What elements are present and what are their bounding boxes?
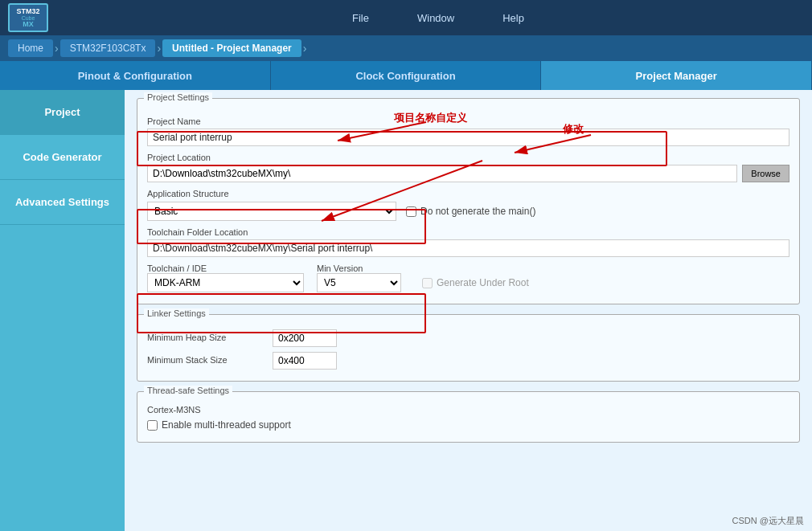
toolchain-folder-input[interactable] — [147, 239, 789, 257]
project-settings-group: Project Settings Project Name Project Lo… — [137, 98, 800, 304]
generate-under-root-row: Generate Under Root — [422, 277, 529, 288]
app-structure-label: Application Structure — [147, 189, 789, 198]
breadcrumb-arrow-1: › — [55, 42, 59, 55]
enable-multithreaded-label: Enable multi-threaded support — [162, 419, 291, 431]
thread-safe-group: Thread-safe Settings Cortex-M3NS Enable … — [137, 391, 800, 443]
toolchain-row: MDK-ARM EWARM STM32CubeIDE V4 V5 V6 Gene… — [147, 273, 789, 292]
tab-project-manager[interactable]: Project Manager — [541, 61, 812, 90]
breadcrumb-arrow-3: › — [303, 42, 307, 55]
project-settings-title: Project Settings — [144, 92, 212, 102]
content-area: Project Settings Project Name Project Lo… — [125, 90, 812, 531]
menu-items: File Window Help — [72, 12, 804, 24]
linker-settings-group: Linker Settings Minimum Heap Size Minimu… — [137, 314, 800, 382]
tab-bar: Pinout & Configuration Clock Configurati… — [0, 61, 812, 90]
project-location-label: Project Location — [147, 153, 789, 162]
breadcrumb-device[interactable]: STM32F103C8Tx — [60, 39, 156, 57]
linker-settings-title: Linker Settings — [144, 308, 209, 318]
min-version-select[interactable]: V4 V5 V6 — [317, 273, 401, 292]
min-heap-input[interactable] — [273, 329, 337, 347]
no-generate-main-row: Do not generate the main() — [406, 206, 535, 217]
min-stack-input[interactable] — [273, 352, 337, 370]
breadcrumb: Home › STM32F103C8Tx › Untitled - Projec… — [0, 35, 812, 61]
generate-under-root-checkbox[interactable] — [422, 278, 433, 288]
tab-clock[interactable]: Clock Configuration — [271, 61, 542, 90]
project-location-input[interactable] — [147, 165, 737, 182]
toolchain-ide-select[interactable]: MDK-ARM EWARM STM32CubeIDE — [147, 273, 304, 292]
stm32-logo: STM32 Cube MX — [8, 3, 48, 32]
breadcrumb-project[interactable]: Untitled - Project Manager — [162, 39, 301, 57]
toolchain-labels-row: Toolchain / IDE Min Version — [147, 263, 789, 273]
logo-mx: MX — [23, 21, 34, 28]
no-generate-main-label: Do not generate the main() — [420, 206, 535, 217]
menu-help[interactable]: Help — [502, 12, 524, 24]
logo-stm32: STM32 — [16, 8, 39, 15]
generate-under-root-label: Generate Under Root — [437, 277, 529, 288]
cortex-label: Cortex-M3NS — [147, 405, 789, 415]
sidebar-item-code-generator[interactable]: Code Generator — [0, 135, 125, 180]
tab-pinout[interactable]: Pinout & Configuration — [0, 61, 271, 90]
project-name-input[interactable] — [147, 129, 789, 146]
sidebar: Project Code Generator Advanced Settings — [0, 90, 125, 531]
toolchain-ide-label: Toolchain / IDE — [147, 263, 304, 273]
min-heap-label: Minimum Heap Size — [147, 333, 260, 342]
watermark: CSDN @远大星晨 — [732, 515, 804, 527]
menu-window[interactable]: Window — [417, 12, 454, 24]
main-layout: Project Code Generator Advanced Settings… — [0, 90, 812, 531]
sidebar-item-project[interactable]: Project — [0, 90, 125, 135]
no-generate-main-checkbox[interactable] — [406, 206, 416, 217]
toolchain-folder-label: Toolchain Folder Location — [147, 227, 789, 237]
menu-file[interactable]: File — [352, 12, 369, 24]
sidebar-item-advanced-settings[interactable]: Advanced Settings — [0, 180, 125, 225]
project-name-label: Project Name — [147, 116, 789, 126]
enable-multithreaded-row: Enable multi-threaded support — [147, 419, 789, 431]
min-version-label: Min Version — [317, 263, 401, 273]
project-location-row: Browse — [147, 165, 789, 182]
breadcrumb-home[interactable]: Home — [8, 39, 53, 57]
browse-button[interactable]: Browse — [742, 165, 789, 182]
min-stack-label: Minimum Stack Size — [147, 355, 260, 365]
menu-bar: STM32 Cube MX File Window Help — [0, 0, 812, 35]
enable-multithreaded-checkbox[interactable] — [147, 420, 158, 431]
app-structure-row: Basic Advanced Do not generate the main(… — [147, 202, 789, 221]
thread-safe-title: Thread-safe Settings — [144, 386, 232, 395]
app-structure-select[interactable]: Basic Advanced — [147, 202, 396, 221]
breadcrumb-arrow-2: › — [157, 42, 161, 55]
logo-area: STM32 Cube MX — [8, 3, 48, 32]
